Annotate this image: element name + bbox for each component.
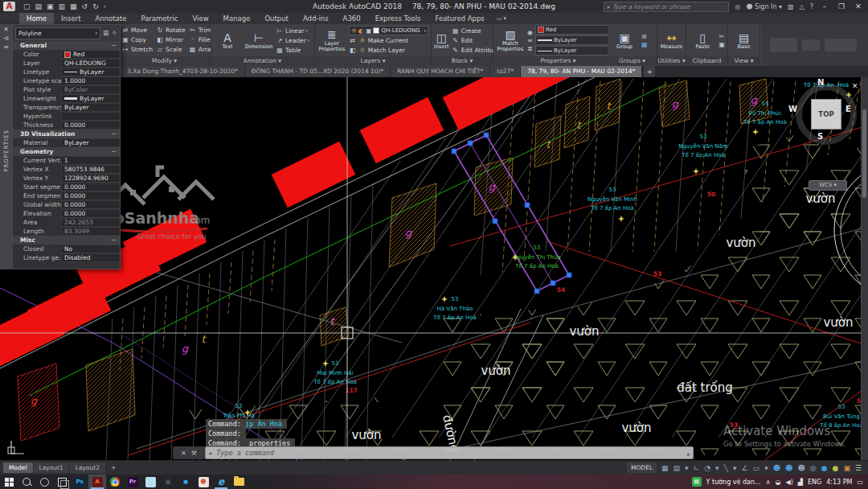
- property-value-material[interactable]: ByLayer: [61, 138, 120, 147]
- status-icon[interactable]: ▤: [674, 462, 681, 475]
- taskbar-app-app-icon[interactable]: [141, 475, 159, 489]
- property-value-area[interactable]: 242.2653: [61, 218, 120, 227]
- property-value-elevation[interactable]: 0.0000: [61, 209, 120, 218]
- status-icon[interactable]: ●: [833, 462, 839, 475]
- language-indicator[interactable]: ENG: [808, 479, 821, 486]
- ribbon-tab-view[interactable]: View: [185, 13, 215, 24]
- taskbar-app-e-icon[interactable]: e: [212, 475, 230, 489]
- property-value-layer[interactable]: QH-LEDUONG: [61, 59, 120, 68]
- palette-section-misc[interactable]: Misc−: [13, 236, 120, 244]
- status-icon[interactable]: ◔: [704, 462, 710, 475]
- ribbon-tab-annotate[interactable]: Annotate: [88, 13, 134, 24]
- status-icon[interactable]: ▾: [733, 462, 737, 475]
- group-edit-icon[interactable]: ▦: [641, 41, 648, 48]
- text-button[interactable]: AText: [213, 25, 242, 55]
- property-value-start-segme[interactable]: 0.0000: [61, 183, 120, 191]
- status-icon[interactable]: ▾: [715, 462, 719, 475]
- ribbon-tab-express-tools[interactable]: Express Tools: [368, 13, 428, 24]
- status-icon[interactable]: ▭: [753, 462, 760, 475]
- sign-in-button[interactable]: ☻ Sign In ▾: [746, 3, 782, 10]
- app-store-icon[interactable]: ▥: [788, 3, 794, 10]
- property-value-length[interactable]: 83.3099: [61, 227, 120, 236]
- property-value-transparency[interactable]: ByLayer: [61, 103, 120, 112]
- status-icon[interactable]: ∟: [694, 462, 700, 475]
- file-tab-3[interactable]: RANH QUY HOACH CHI TIẾT*: [391, 66, 490, 77]
- scale-button[interactable]: ▱Scale: [156, 45, 186, 54]
- layout-tab-model[interactable]: Model: [3, 462, 33, 473]
- make-current-button[interactable]: ⇄☼Make Current: [349, 36, 428, 45]
- property-value-vertex-y[interactable]: 1228924.9690: [61, 174, 120, 183]
- viewcube[interactable]: N S W E TOP: [796, 84, 857, 145]
- property-value-plot-style[interactable]: ByColor: [61, 85, 120, 94]
- palette-menu-icon[interactable]: ≡: [3, 43, 9, 52]
- property-value-current-vert[interactable]: 1: [61, 156, 120, 165]
- ribbon-tab-insert[interactable]: Insert: [54, 13, 88, 24]
- taskbar-search-icon[interactable]: [18, 475, 35, 489]
- taskbar-app--icon[interactable]: ◎: [159, 475, 177, 489]
- qat-dropdown-icon[interactable]: ▾: [104, 0, 106, 13]
- help-search-input[interactable]: ▸ Type a keyword or phrase: [604, 2, 729, 12]
- tray-icon[interactable]: ◒: [776, 479, 781, 486]
- open-file-icon[interactable]: ▤: [35, 0, 43, 13]
- rotate-button[interactable]: ↻Rotate: [156, 26, 186, 35]
- ribbon-tab-parametric[interactable]: Parametric: [133, 13, 185, 24]
- linetype-dropdown[interactable]: ByLayer▾: [535, 46, 612, 55]
- taskbar-app--icon[interactable]: ●: [177, 475, 194, 489]
- palette-close-icon[interactable]: ✕: [3, 26, 9, 35]
- redo-icon[interactable]: ↻: [92, 0, 99, 13]
- task-view-icon[interactable]: [53, 475, 71, 489]
- match-layer-button[interactable]: ◧☼Match Layer: [349, 46, 428, 55]
- status-icon[interactable]: ╲: [724, 462, 728, 475]
- property-value-global-width[interactable]: 0.0000: [61, 200, 120, 209]
- property-value-linetype[interactable]: ByLayer: [61, 68, 120, 76]
- property-value-closed[interactable]: No: [61, 244, 120, 253]
- wcs-menu[interactable]: WCS ▾: [809, 180, 847, 191]
- layer-dropdown[interactable]: ☼◐▣ QH-LEDUONG▾: [349, 26, 428, 35]
- property-value-thickness[interactable]: 0.0000: [61, 121, 120, 129]
- status-icon[interactable]: ▣: [843, 462, 850, 475]
- measure-button[interactable]: ↔Measure: [660, 25, 683, 55]
- toggle-pickadd-icon[interactable]: ⊞: [103, 29, 109, 37]
- status-icon[interactable]: ☻: [797, 462, 805, 475]
- search-icon[interactable]: ◎: [735, 3, 740, 10]
- palette-section-geometry[interactable]: Geometry−: [13, 147, 120, 156]
- ribbon-minimize-icon[interactable]: ▭ ▾: [497, 13, 506, 24]
- file-tab-2[interactable]: ĐÔNG THẠNH - TD 05...XD 2020 (2014 10)*: [245, 66, 391, 77]
- new-tab-button[interactable]: +: [644, 66, 655, 77]
- object-type-dropdown[interactable]: Polyline▾: [15, 27, 100, 39]
- group-button[interactable]: ▣Group: [610, 25, 639, 55]
- help-icon[interactable]: ?: [810, 3, 813, 10]
- status-icon[interactable]: ●: [821, 462, 828, 475]
- object-color-dropdown[interactable]: Red▾: [535, 25, 612, 35]
- vertical-scrollbar[interactable]: [861, 77, 868, 460]
- palette-section-general[interactable]: General−: [13, 41, 120, 50]
- property-value-vertex-x[interactable]: 580753.9846: [61, 165, 120, 174]
- layout-tab-layout2[interactable]: Layout2: [70, 462, 105, 473]
- status-icon[interactable]: ▦: [661, 462, 669, 475]
- clock[interactable]: 4:13 PM: [826, 479, 852, 486]
- drawing-canvas[interactable]: SoSanhnha .com Great choice for you 53Vũ…: [0, 77, 868, 460]
- tray-icon[interactable]: ▟: [798, 479, 803, 486]
- leader-button[interactable]: ↗Leader▾: [276, 36, 309, 45]
- base-view-button[interactable]: ▤Base: [731, 25, 757, 55]
- lineweight-dropdown[interactable]: ByLayer▾: [535, 35, 612, 45]
- cortana-icon[interactable]: [35, 475, 53, 489]
- property-value-linetype-sca[interactable]: 1.0000: [61, 76, 120, 85]
- palette-section-3d-visualization[interactable]: 3D Visualization−: [13, 129, 120, 138]
- taskbar-app--icon[interactable]: ☻: [194, 475, 212, 489]
- new-file-icon[interactable]: ▢: [23, 0, 31, 13]
- status-icon[interactable]: ◎: [810, 462, 817, 475]
- tray-icon[interactable]: ∧: [766, 479, 771, 486]
- status-icon[interactable]: ☰: [855, 462, 862, 475]
- copy-button[interactable]: ▣Copy: [121, 35, 153, 44]
- tray-app-icon[interactable]: ▤: [692, 477, 702, 487]
- command-input[interactable]: ▸ Type a command ▲: [205, 446, 694, 459]
- save-icon[interactable]: ▣: [47, 0, 54, 13]
- layer-properties-button[interactable]: ≣Layer Properties: [317, 25, 346, 55]
- copy-clip-icon[interactable]: ▣: [719, 41, 725, 48]
- status-icon[interactable]: ▾: [764, 462, 768, 475]
- ribbon-tab-featured-apps[interactable]: Featured Apps: [428, 13, 492, 24]
- table-button[interactable]: ▦Table: [276, 46, 309, 55]
- move-button[interactable]: ⇄Move: [121, 26, 153, 35]
- status-icon[interactable]: ▾: [685, 462, 689, 475]
